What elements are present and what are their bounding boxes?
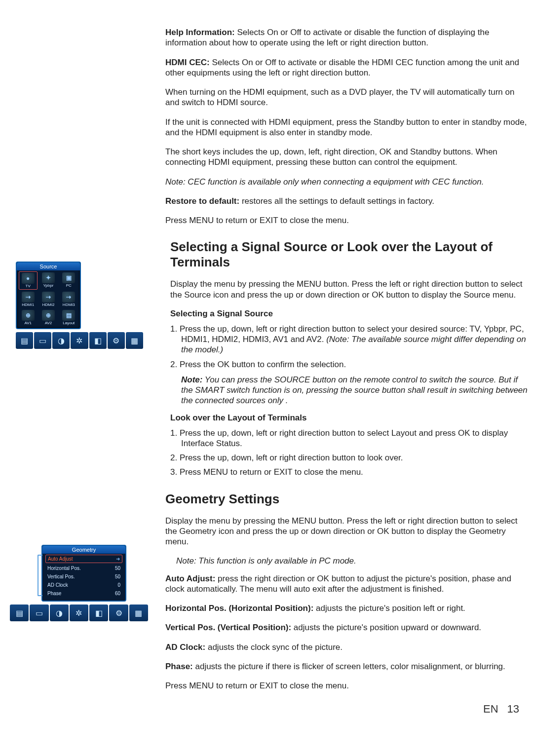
note-source: Note: You can press the SOURCE button on… (181, 375, 528, 406)
ypbpr-icon: ✦ (42, 272, 55, 283)
source-item-hdmi1[interactable]: ⇢HDMI1 (19, 291, 38, 308)
list-item: 3. Press MENU to return or EXIT to close… (170, 467, 528, 477)
geometry-item-adclock[interactable]: AD Clock0 (42, 581, 125, 589)
iconbar-item[interactable]: ◧ (89, 332, 107, 349)
subhead-signal-source: Selecting a Signal Source (170, 309, 528, 319)
geometry-menu-figure: Geometry Auto Adjust ➜ Horizontal Pos.50… (10, 545, 149, 621)
source-item-hdmi2[interactable]: ⇢HDMI2 (39, 291, 58, 308)
paragraph-auto-adjust: Auto Adjust: press the right direction o… (165, 573, 528, 595)
list-look-over: 1. Press the up, down, left or right dir… (170, 428, 528, 478)
pc-icon: ▣ (62, 272, 75, 283)
channel-icon: ◑ (56, 608, 63, 618)
bracket-icon (38, 555, 42, 596)
tv-icon: ● (22, 273, 35, 284)
source-item-av1[interactable]: ⊕AV1 (19, 309, 38, 326)
list-select-source: 1. Press the up, down, left or right dir… (170, 324, 528, 370)
label-restore: Restore to default: (165, 196, 239, 206)
paragraph-restore: Restore to default: restores all the set… (165, 196, 528, 206)
source-row: ⇢HDMI1 ⇢HDMI2 ⇢HDMI3 (17, 290, 80, 308)
heading-source: Selecting a Signal Source or Look over t… (165, 239, 528, 270)
label-help-info: Help Information: (165, 28, 235, 37)
source-row: ●TV ✦Ypbpr ▣PC (17, 270, 80, 290)
source-item-ypbpr[interactable]: ✦Ypbpr (39, 271, 58, 290)
main-column: Help Information: Selects On or Off to a… (165, 0, 528, 691)
hdmi-icon: ⇢ (42, 292, 55, 302)
source-icon: ◧ (94, 336, 102, 345)
paragraph-shortkeys: The short keys includes the up, down, le… (165, 147, 528, 168)
arrow-icon: ➜ (116, 556, 120, 562)
source-item-hdmi3[interactable]: ⇢HDMI3 (59, 291, 78, 308)
iconbar-item[interactable]: ⚙ (108, 332, 125, 349)
paragraph-help-info: Help Information: Selects On or Off to a… (165, 27, 528, 48)
source-menu-title: Source (17, 263, 80, 270)
menu-iconbar: ▤ ▭ ◑ ✲ ◧ ⚙ ▦ (16, 332, 143, 349)
list-item: 2. Press the OK button to confirm the se… (170, 359, 528, 370)
timer-icon: ⚙ (115, 608, 122, 618)
page-number: 13 (507, 703, 519, 716)
iconbar-item[interactable]: ▦ (129, 605, 148, 621)
paragraph-adclock: AD Clock: adjusts the clock sync of the … (165, 642, 528, 652)
menu-iconbar: ▤ ▭ ◑ ✲ ◧ ⚙ ▦ (10, 605, 148, 621)
iconbar-item[interactable]: ▤ (10, 605, 29, 621)
paragraph-hdmi-auto: When turning on the HDMI equipment, such… (165, 87, 528, 108)
channel-icon: ◑ (58, 336, 65, 345)
source-item-tv[interactable]: ●TV (19, 271, 38, 290)
timer-icon: ⚙ (113, 336, 119, 345)
settings-icon: ✲ (76, 608, 82, 618)
settings-icon: ✲ (76, 336, 82, 345)
note-geometry: Note: This function is only available in… (176, 556, 528, 566)
iconbar-item[interactable]: ▦ (126, 332, 143, 349)
av-icon: ⊕ (42, 310, 55, 321)
heading-geometry: Geometry Settings (165, 491, 528, 507)
image-icon: ▤ (21, 336, 28, 345)
geometry-item-auto[interactable]: Auto Adjust ➜ (45, 555, 122, 563)
iconbar-item[interactable]: ▭ (34, 332, 51, 349)
source-item-layout[interactable]: ▤Layout (59, 309, 78, 326)
screen-icon: ▭ (36, 608, 43, 618)
page-footer: EN 13 (483, 703, 519, 716)
geometry-menu-title: Geometry (42, 546, 125, 554)
source-section: Display the menu by pressing the MENU bu… (165, 279, 528, 477)
iconbar-item[interactable]: ▤ (16, 332, 33, 349)
label-hdmi-cec: HDMI CEC: (165, 58, 210, 67)
paragraph-hpos: Horizontal Pos. (Horizontal Position): a… (165, 603, 528, 613)
paragraph-top-exit: Press MENU to return or EXIT to close th… (165, 215, 528, 226)
screen-icon: ▭ (39, 336, 46, 345)
iconbar-item[interactable]: ◑ (52, 332, 70, 349)
subhead-layout: Look over the Layout of Terminals (170, 413, 528, 423)
iconbar-item[interactable]: ▭ (30, 605, 48, 621)
geometry-item-phase[interactable]: Phase60 (42, 589, 125, 598)
paragraph-vpos: Vertical Pos. (Vertical Position): adjus… (165, 622, 528, 633)
iconbar-item[interactable]: ✲ (71, 332, 88, 349)
paragraph-source-intro: Display the menu by pressing the MENU bu… (170, 279, 528, 300)
source-menu-figure: Source ●TV ✦Ypbpr ▣PC ⇢HDMI1 ⇢HDMI2 ⇢HDM… (16, 262, 144, 349)
geometry-item-vpos[interactable]: Vertical Pos.50 (42, 572, 125, 581)
page: Help Information: Selects On or Off to a… (0, 0, 533, 719)
hdmi-icon: ⇢ (62, 292, 75, 302)
iconbar-item[interactable]: ⚙ (109, 605, 128, 621)
iconbar-item[interactable]: ◧ (89, 605, 108, 621)
av-icon: ⊕ (22, 310, 35, 321)
iconbar-item[interactable]: ◑ (50, 605, 69, 621)
source-item-av2[interactable]: ⊕AV2 (39, 309, 58, 326)
paragraph-standby: If the unit is connected with HDMI equip… (165, 117, 528, 138)
list-item: 2. Press the up, down, left or right dir… (170, 453, 528, 463)
list-item: 1. Press the up, down, left or right dir… (170, 324, 528, 355)
image-icon: ▤ (16, 608, 23, 618)
source-icon: ◧ (95, 608, 103, 618)
paragraph-cec-note: Note: CEC function is available only whe… (165, 177, 528, 187)
geometry-menu: Geometry Auto Adjust ➜ Horizontal Pos.50… (41, 545, 126, 602)
geometry-item-hpos[interactable]: Horizontal Pos.50 (42, 564, 125, 572)
geometry-icon: ▦ (135, 608, 142, 618)
source-row: ⊕AV1 ⊕AV2 ▤Layout (17, 308, 80, 326)
geometry-icon: ▦ (131, 336, 138, 345)
iconbar-item[interactable]: ✲ (70, 605, 88, 621)
paragraph-geo-intro: Display the menu by pressing the MENU bu… (165, 516, 528, 547)
paragraph-hdmi-cec: HDMI CEC: Selects On or Off to activate … (165, 57, 528, 78)
layout-icon: ▤ (62, 310, 75, 321)
source-item-pc[interactable]: ▣PC (59, 271, 78, 290)
lang-code: EN (483, 703, 498, 716)
paragraph-geo-exit: Press MENU to return or EXIT to close th… (165, 680, 528, 691)
hdmi-icon: ⇢ (22, 292, 35, 302)
source-menu: Source ●TV ✦Ypbpr ▣PC ⇢HDMI1 ⇢HDMI2 ⇢HDM… (16, 262, 81, 329)
